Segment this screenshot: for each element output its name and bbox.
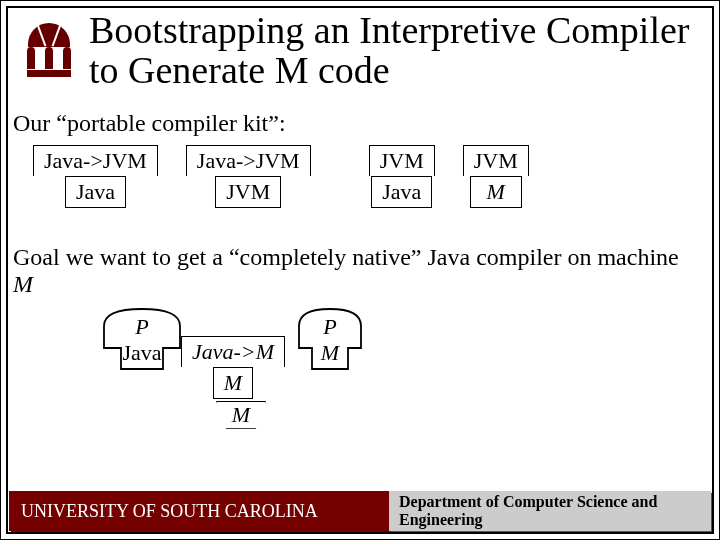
machine-m-base: M xyxy=(216,401,266,429)
tomb-bot: Java xyxy=(103,340,181,369)
tdiag-bot: JVM xyxy=(215,176,281,208)
tdiagram-compiler-jvm: Java->JVM JVM xyxy=(186,145,311,208)
tdiagram-compiler-java: Java->JVM Java xyxy=(33,145,158,208)
tdiag-top: JVM xyxy=(369,145,435,176)
goal-diagram: P Java Java->M M P M M xyxy=(103,308,704,448)
tdiagram-java-to-m: Java->M M xyxy=(181,336,285,399)
tombstone-p-m: P M xyxy=(298,308,362,370)
tdiagram-interp-m: JVM M xyxy=(463,145,529,208)
tdiag-top: JVM xyxy=(463,145,529,176)
slide-title: Bootstrapping an Interpretive Compiler t… xyxy=(89,11,699,91)
tomb-bot: M xyxy=(298,340,362,369)
tdiag-bot: M xyxy=(213,367,253,399)
usc-logo xyxy=(19,23,79,78)
tdiag-bot: Java xyxy=(65,176,126,208)
tombstone-p-java: P Java xyxy=(103,308,181,370)
goal-text: Goal we want to get a “completely native… xyxy=(13,244,704,298)
goal-text-em: M xyxy=(13,271,33,297)
kit-subhead: Our “portable compiler kit”: xyxy=(13,110,704,137)
kit-row: Java->JVM Java Java->JVM JVM JVM Java JV… xyxy=(33,145,704,208)
machine-m-label: M xyxy=(232,402,250,427)
tdiag-bot: M xyxy=(470,176,522,208)
tomb-top: P xyxy=(298,308,362,340)
footer-university: UNIVERSITY OF SOUTH CAROLINA xyxy=(9,491,389,531)
tdiag-top: Java->M xyxy=(181,336,285,367)
footer: UNIVERSITY OF SOUTH CAROLINA Department … xyxy=(9,491,711,531)
tdiag-bot: Java xyxy=(371,176,432,208)
tdiag-top: Java->JVM xyxy=(186,145,311,176)
tomb-top: P xyxy=(103,308,181,340)
tdiagram-interp-java: JVM Java xyxy=(369,145,435,208)
tdiag-top: Java->JVM xyxy=(33,145,158,176)
footer-department: Department of Computer Science and Engin… xyxy=(389,491,711,531)
goal-text-pre: Goal we want to get a “completely native… xyxy=(13,244,679,270)
